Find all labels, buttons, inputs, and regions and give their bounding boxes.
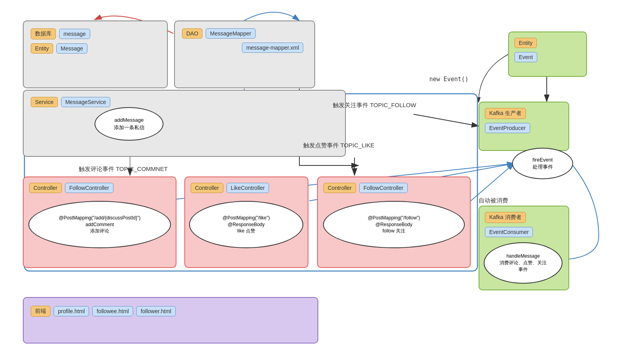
tag-message-class: Message: [56, 43, 87, 54]
ellipse-add-comment: @PostMapping("/add/{discussPostId}") add…: [28, 201, 171, 248]
tag-message-db: message: [59, 29, 90, 39]
tag-event: Event: [514, 52, 537, 62]
ellipse-fire-event: fireEvent 处理事件: [512, 148, 573, 179]
tag-event-producer: EventProducer: [485, 123, 530, 133]
ellipse-like: @PostMapping("/like") @ResponseBody like…: [189, 201, 303, 248]
tag-kafka-consumer-label: Kafka 消费者: [485, 212, 526, 223]
label-topic-comment: 触发评论事件 TOPIC_COMMNET: [79, 165, 168, 173]
tag-follow-controller2: FollowController: [359, 183, 408, 193]
tag-kafka-producer-label: Kafka 生产者: [485, 108, 526, 119]
db-box: 数据库 message Entity Message: [23, 20, 168, 88]
tag-entity-event: Entity: [514, 38, 537, 48]
entity-event-box: Entity Event: [508, 32, 587, 77]
tag-follower-html: follower.html: [136, 306, 176, 316]
tag-event-consumer: EventConsumer: [485, 227, 533, 237]
label-topic-like: 触发点赞事件 TOPIC_LIKE: [303, 142, 375, 149]
tag-controller-follow: Controller: [323, 183, 356, 193]
frontend-box: 前端 profile.html followee.html follower.h…: [23, 297, 318, 344]
tag-profile-html: profile.html: [54, 306, 89, 316]
tag-message-mapper: MessageMapper: [206, 28, 255, 39]
tag-controller-like: Controller: [191, 183, 223, 193]
tag-follow-controller-comment: FollowController: [65, 183, 113, 193]
ellipse-add-message: addMessage 添加一条私信: [95, 107, 163, 141]
tag-message-service: MessageService: [61, 97, 111, 107]
ellipse-handle-message: handleMessage 消费评论、点赞、关注 事件: [484, 242, 562, 284]
ellipse-follow: @PostMapping("/follow") @ResponseBody fo…: [323, 201, 465, 248]
tag-entity-db: Entity: [31, 43, 53, 54]
dao-box: DAO MessageMapper message-mapper.xml: [174, 20, 315, 88]
tag-qian-duan: 前端: [31, 306, 50, 317]
tag-message-mapper-xml: message-mapper.xml: [242, 43, 303, 53]
service-box: Service MessageService: [23, 90, 346, 157]
kafka-producer-box: Kafka 生产者 EventProducer: [479, 102, 569, 151]
tag-shujuku: 数据库: [31, 28, 56, 39]
tag-followee-html: followee.html: [92, 306, 133, 316]
tag-controller-comment: Controller: [29, 183, 62, 193]
label-topic-follow: 触发关注事件 TOPIC_FOLLOW: [333, 102, 416, 109]
tag-dao: DAO: [182, 28, 202, 39]
diagram: 数据库 message Entity Message DAO MessageMa…: [0, 0, 620, 364]
label-auto-consume: 自动被消费: [479, 197, 508, 204]
tag-like-controller: LikeController: [226, 183, 269, 193]
tag-service: Service: [31, 97, 58, 107]
label-new-event: new Event(): [429, 76, 468, 83]
